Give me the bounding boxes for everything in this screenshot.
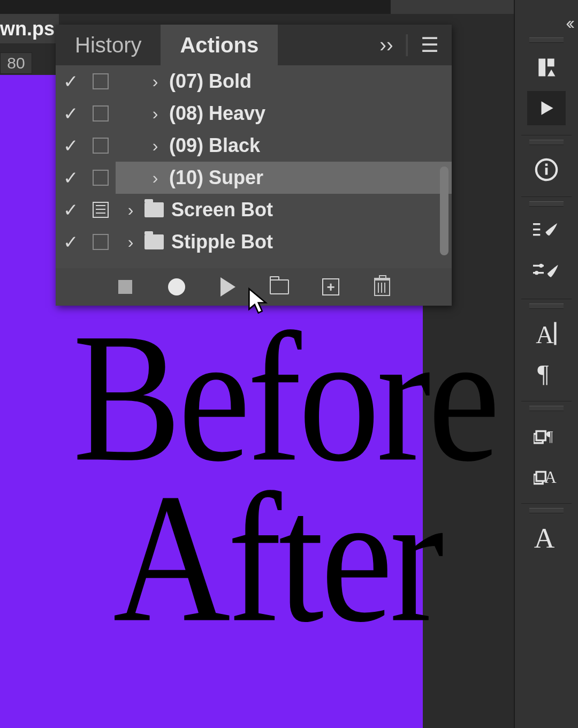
- drag-handle-icon[interactable]: [529, 406, 564, 411]
- drag-handle-icon[interactable]: [529, 37, 564, 43]
- plus-icon: +: [322, 278, 339, 295]
- delete-button[interactable]: [369, 274, 396, 300]
- character-styles-button[interactable]: A: [527, 459, 566, 494]
- action-row[interactable]: ✓ › (08) Heavy: [56, 97, 452, 130]
- action-label: (09) Black: [169, 134, 260, 157]
- svg-point-9: [535, 271, 538, 275]
- drag-handle-icon[interactable]: [529, 201, 564, 207]
- brush-list-icon: [533, 220, 560, 242]
- svg-rect-4: [533, 229, 540, 230]
- actions-panel: History Actions ›› | ☰ ✓ › (07) Bold ✓ ›: [56, 25, 452, 306]
- character-styles-icon: A: [534, 465, 559, 488]
- action-label: (07) Bold: [169, 70, 252, 93]
- folder-icon: [144, 234, 164, 249]
- chevron-right-icon[interactable]: ›: [149, 104, 162, 124]
- actions-panel-button[interactable]: [527, 91, 566, 125]
- action-row[interactable]: ✓ › (10) Super: [56, 162, 452, 194]
- pilcrow-icon: ¶: [536, 362, 557, 386]
- record-button[interactable]: [163, 274, 190, 300]
- svg-rect-14: [536, 431, 545, 440]
- play-icon: [220, 277, 235, 297]
- expand-tabs-icon[interactable]: ››: [379, 34, 393, 57]
- dialog-toggle[interactable]: [93, 105, 109, 122]
- collapse-dock-icon[interactable]: ‹‹: [566, 12, 572, 33]
- action-label: Screen Bot: [171, 199, 273, 221]
- glyphs-icon: A: [534, 525, 559, 551]
- svg-text:¶: ¶: [546, 428, 553, 444]
- right-dock: ‹‹ A ¶ ¶: [514, 0, 578, 728]
- stop-icon: [118, 280, 132, 294]
- folder-icon: [144, 202, 164, 217]
- action-label: (10) Super: [169, 166, 263, 189]
- chevron-right-icon[interactable]: ›: [149, 72, 162, 92]
- tab-history[interactable]: History: [56, 25, 161, 65]
- text-cursor-icon: A: [535, 320, 558, 347]
- history-icon: [535, 56, 558, 79]
- dialog-toggle[interactable]: [93, 234, 109, 250]
- actions-list: ✓ › (07) Bold ✓ › (08) Heavy ✓ › (09) Bl…: [56, 65, 452, 268]
- tab-actions[interactable]: Actions: [161, 25, 278, 65]
- new-set-button[interactable]: [266, 274, 293, 300]
- action-label: Stipple Bot: [171, 231, 273, 253]
- folder-icon: [270, 279, 289, 294]
- dialog-toggle[interactable]: [93, 170, 109, 186]
- new-action-button[interactable]: +: [317, 274, 344, 300]
- panel-menu-icon[interactable]: ☰: [421, 33, 439, 57]
- svg-rect-1: [545, 168, 548, 175]
- svg-rect-11: [554, 322, 556, 345]
- stop-button[interactable]: [112, 274, 139, 300]
- action-set-row[interactable]: ✓ › Stipple Bot: [56, 226, 452, 258]
- info-icon: [534, 157, 559, 182]
- drag-handle-icon[interactable]: [529, 140, 564, 145]
- svg-point-7: [539, 264, 543, 268]
- history-panel-button[interactable]: [527, 50, 566, 85]
- svg-rect-2: [545, 164, 548, 166]
- chevron-right-icon[interactable]: ›: [149, 136, 162, 156]
- svg-text:A: A: [534, 525, 555, 551]
- canvas-text-after[interactable]: After: [113, 473, 441, 643]
- chevron-right-icon[interactable]: ›: [124, 232, 137, 252]
- paragraph-styles-icon: ¶: [534, 424, 559, 448]
- action-row[interactable]: ✓ › (07) Bold: [56, 65, 452, 97]
- svg-text:A: A: [545, 468, 557, 487]
- document-tab[interactable]: wn.ps: [0, 14, 59, 43]
- action-label: (08) Heavy: [169, 102, 265, 125]
- brush-settings-button[interactable]: [527, 255, 566, 289]
- scrollbar-thumb[interactable]: [440, 166, 448, 255]
- trash-icon: [374, 278, 390, 296]
- ruler-tick-label: 80: [7, 54, 25, 72]
- paragraph-panel-button[interactable]: ¶: [527, 357, 566, 391]
- chevron-right-icon[interactable]: ›: [149, 168, 162, 188]
- dialog-toggle-on[interactable]: [93, 202, 109, 218]
- play-button[interactable]: [215, 274, 241, 300]
- checkmark-icon[interactable]: ✓: [63, 231, 78, 253]
- info-panel-button[interactable]: [527, 153, 566, 187]
- panel-tab-bar: History Actions ›› | ☰: [56, 25, 452, 65]
- paragraph-styles-button[interactable]: ¶: [527, 419, 566, 453]
- svg-rect-5: [533, 234, 540, 236]
- action-set-row[interactable]: ✓ › Screen Bot: [56, 194, 452, 226]
- glyphs-panel-button[interactable]: A: [527, 521, 566, 555]
- brush-settings-icon: [533, 261, 560, 283]
- chevron-right-icon[interactable]: ›: [124, 200, 137, 220]
- drag-handle-icon[interactable]: [529, 304, 564, 309]
- checkmark-icon[interactable]: ✓: [63, 135, 78, 156]
- drag-handle-icon[interactable]: [529, 508, 564, 513]
- action-row[interactable]: ✓ › (09) Black: [56, 130, 452, 162]
- tab-history-label: History: [75, 33, 141, 57]
- checkmark-icon[interactable]: ✓: [63, 167, 78, 188]
- tab-separator: |: [404, 30, 410, 57]
- character-panel-button[interactable]: A: [527, 316, 566, 351]
- tab-actions-label: Actions: [180, 33, 258, 57]
- dialog-toggle[interactable]: [93, 138, 109, 154]
- actions-footer: +: [56, 268, 452, 306]
- document-tab-label: wn.ps: [0, 18, 55, 40]
- svg-text:¶: ¶: [537, 362, 549, 386]
- dialog-toggle[interactable]: [93, 73, 109, 89]
- checkmark-icon[interactable]: ✓: [63, 103, 78, 124]
- checkmark-icon[interactable]: ✓: [63, 71, 78, 92]
- record-icon: [168, 278, 185, 295]
- brushes-panel-button[interactable]: [527, 214, 566, 248]
- checkmark-icon[interactable]: ✓: [63, 199, 78, 221]
- svg-rect-3: [533, 223, 540, 225]
